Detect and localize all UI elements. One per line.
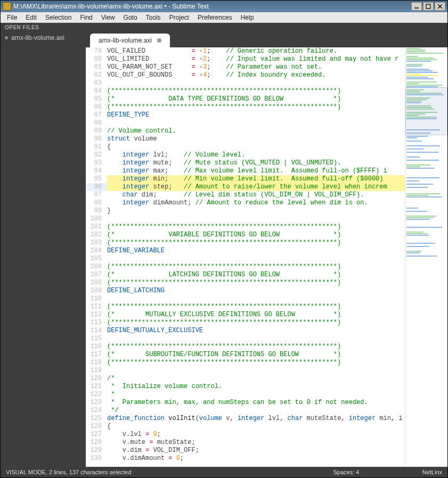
window-titlebar[interactable]: M:\AMX\Libraries\amx-lib-volume\amx-lib-…: [1, 1, 447, 12]
code-line[interactable]: 123 * Parameters min, max, and numSteps …: [86, 399, 405, 407]
code-line[interactable]: 94 integer max; // Max volume level limi…: [86, 167, 405, 175]
code-line[interactable]: 84(*************************************…: [86, 87, 405, 95]
code-line[interactable]: 79VOL_FAILED = -1; // Generic operation …: [86, 47, 405, 55]
menu-bar: FileEditSelectionFindViewGotoToolsProjec…: [1, 12, 447, 23]
window-title: M:\AMX\Libraries\amx-lib-volume\amx-lib-…: [13, 3, 411, 10]
minimap-viewport[interactable]: [405, 87, 447, 135]
line-content: struct volume: [107, 135, 405, 143]
menu-view[interactable]: View: [97, 13, 119, 22]
menu-tools[interactable]: Tools: [142, 13, 165, 22]
code-line[interactable]: 128 v.mute = muteState;: [86, 439, 405, 447]
code-line[interactable]: 86(*************************************…: [86, 103, 405, 111]
code-line[interactable]: 95 integer min; // Min volume level limi…: [86, 175, 405, 183]
line-number: 85: [86, 95, 107, 103]
code-line[interactable]: 97 char dim; // Level dim status (VOL_DI…: [86, 191, 405, 199]
code-line[interactable]: 116(************************************…: [86, 343, 405, 351]
code-line[interactable]: 91{: [86, 143, 405, 151]
menu-selection[interactable]: Selection: [41, 13, 76, 22]
code-line[interactable]: 88: [86, 119, 405, 127]
tab-file[interactable]: amx-lib-volume.axi: [90, 34, 170, 47]
code-line[interactable]: 126{: [86, 423, 405, 431]
code-line[interactable]: 122 *: [86, 391, 405, 399]
code-line[interactable]: 127 v.lvl = 0;: [86, 431, 405, 439]
code-line[interactable]: 130 v.dimAmount = 0;: [86, 455, 405, 463]
menu-project[interactable]: Project: [165, 13, 193, 22]
code-line[interactable]: 113(************************************…: [86, 319, 405, 327]
code-line[interactable]: 103(************************************…: [86, 239, 405, 247]
status-syntax[interactable]: NetLinx: [378, 469, 442, 475]
line-number: 99: [86, 207, 107, 215]
code-line[interactable]: 129 v.dim = VOL_DIM_OFF;: [86, 447, 405, 455]
code-line[interactable]: 124 */: [86, 407, 405, 415]
status-mode: VISUAL MODE, 2 lines, 137 characters sel…: [6, 469, 314, 475]
menu-file[interactable]: File: [3, 13, 21, 22]
menu-find[interactable]: Find: [76, 13, 96, 22]
open-file-item[interactable]: amx-lib-volume.axi: [1, 32, 86, 43]
line-number: 80: [86, 55, 107, 63]
line-number: 104: [86, 247, 107, 255]
code-line[interactable]: 83: [86, 79, 405, 87]
line-number: 112: [86, 311, 107, 319]
code-line[interactable]: 81VOL_PARAM_NOT_SET = -3; // Parameter w…: [86, 63, 405, 71]
code-line[interactable]: 100: [86, 215, 405, 223]
code-editor[interactable]: 79VOL_FAILED = -1; // Generic operation …: [86, 47, 405, 467]
code-line[interactable]: 104DEFINE_VARIABLE: [86, 247, 405, 255]
code-line[interactable]: 98 integer dimAmount; // Amount to reduc…: [86, 199, 405, 207]
code-line[interactable]: 118(************************************…: [86, 359, 405, 367]
line-content: (* DATA TYPE DEFINITIONS GO BELOW *): [107, 95, 405, 103]
menu-preferences[interactable]: Preferences: [193, 13, 237, 22]
tab-label: amx-lib-volume.axi: [99, 37, 152, 44]
code-line[interactable]: 96 integer step; // Amount to raise/lowe…: [86, 183, 405, 191]
code-line[interactable]: 93 integer mute; // Mute status (VOL_MUT…: [86, 159, 405, 167]
code-line[interactable]: 120/*: [86, 375, 405, 383]
line-content: integer lvl; // Volume level.: [107, 151, 405, 159]
code-line[interactable]: 111(************************************…: [86, 303, 405, 311]
code-line[interactable]: 85(* DATA TYPE DEFINITIONS GO BELOW *): [86, 95, 405, 103]
menu-edit[interactable]: Edit: [21, 13, 41, 22]
line-content: integer mute; // Mute status (VOL_MUTED …: [107, 159, 405, 167]
line-content: // Volume control.: [107, 127, 405, 135]
line-content: DEFINE_VARIABLE: [107, 247, 405, 255]
line-number: 81: [86, 63, 107, 71]
code-line[interactable]: 108(************************************…: [86, 279, 405, 287]
code-line[interactable]: 106(************************************…: [86, 263, 405, 271]
code-line[interactable]: 121 * Initialize volume control.: [86, 383, 405, 391]
code-line[interactable]: 87DEFINE_TYPE: [86, 111, 405, 119]
code-line[interactable]: 107(* LATCHING DEFINITIONS GO BELOW *): [86, 271, 405, 279]
code-line[interactable]: 125define_function volInit(volume v, int…: [86, 415, 405, 423]
code-line[interactable]: 105: [86, 255, 405, 263]
dirty-indicator-icon: [157, 38, 161, 43]
code-line[interactable]: 109DEFINE_LATCHING: [86, 287, 405, 295]
code-line[interactable]: 89// Volume control.: [86, 127, 405, 135]
code-line[interactable]: 117(* SUBROUTINE/FUNCTION DEFINITIONS GO…: [86, 351, 405, 359]
code-line[interactable]: 112(* MUTUALLY EXCLUSIVE DEFINITIONS GO …: [86, 311, 405, 319]
line-content: DEFINE_LATCHING: [107, 287, 405, 295]
line-content: (***************************************…: [107, 319, 405, 327]
line-number: 83: [86, 79, 107, 87]
code-line[interactable]: 101(************************************…: [86, 223, 405, 231]
code-line[interactable]: 114DEFINE_MUTUALLY_EXCLUSIVE: [86, 327, 405, 335]
code-line[interactable]: 92 integer lvl; // Volume level.: [86, 151, 405, 159]
sidebar: amx-lib-volume.axi: [1, 32, 86, 467]
line-number: 109: [86, 287, 107, 295]
code-line[interactable]: 119: [86, 367, 405, 375]
code-line[interactable]: 110: [86, 295, 405, 303]
menu-help[interactable]: Help: [237, 13, 258, 22]
line-content: /*: [107, 375, 405, 383]
code-line[interactable]: 115: [86, 335, 405, 343]
minimap[interactable]: [405, 47, 447, 467]
code-line[interactable]: 99}: [86, 207, 405, 215]
line-content: v.dimAmount = 0;: [107, 455, 405, 463]
line-number: 117: [86, 351, 107, 359]
code-line[interactable]: 82VOL_OUT_OF_BOUNDS = -4; // Index bound…: [86, 71, 405, 79]
code-line[interactable]: 80VOL_LIMITED = -2; // Input value was l…: [86, 55, 405, 63]
minimize-button[interactable]: [411, 2, 422, 11]
status-spaces[interactable]: Spaces: 4: [314, 469, 378, 475]
code-line[interactable]: 90struct volume: [86, 135, 405, 143]
close-button[interactable]: [435, 2, 445, 11]
menu-goto[interactable]: Goto: [119, 13, 142, 22]
line-number: 126: [86, 423, 107, 431]
maximize-button[interactable]: [423, 2, 434, 11]
code-line[interactable]: 102(* VARIABLE DEFINITIONS GO BELOW *): [86, 231, 405, 239]
line-number: 120: [86, 375, 107, 383]
